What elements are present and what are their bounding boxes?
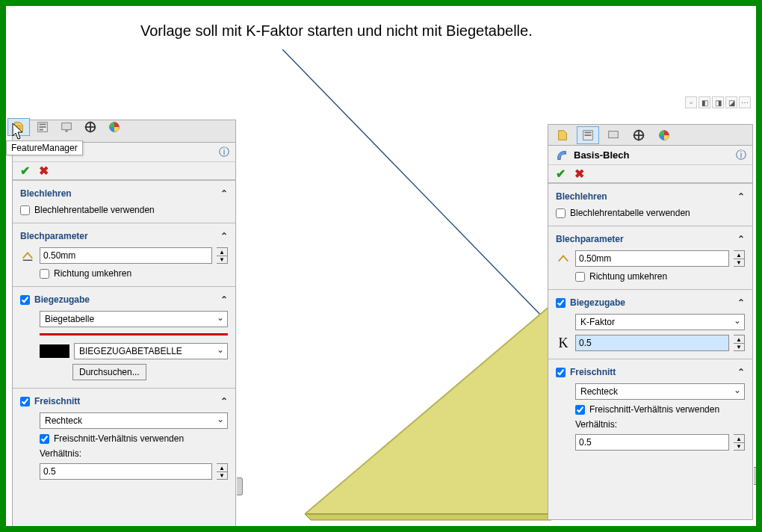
section-biegezugabe[interactable]: Biegezugabe ⌃	[13, 291, 235, 308]
ratio-label: Verhältnis:	[40, 448, 228, 459]
ratio-spinner[interactable]: ▲▼	[734, 434, 745, 451]
chevron-up-icon: ⌃	[737, 367, 745, 377]
tab-configuration-manager[interactable]	[31, 118, 54, 136]
section-blechparameter[interactable]: Blechparameter ⌃	[13, 228, 235, 244]
thickness-icon	[556, 252, 571, 265]
mini-btn[interactable]: ◧	[698, 96, 710, 108]
tab-dimexpert[interactable]	[79, 118, 102, 136]
chevron-up-icon: ⌃	[220, 231, 228, 241]
mini-btn[interactable]: ⋯	[739, 96, 751, 108]
use-gauge-table-checkbox[interactable]: Blechlehrentabelle verwenden	[556, 208, 745, 218]
svg-line-3	[305, 305, 551, 514]
tab-appearance[interactable]	[653, 126, 675, 144]
browse-button[interactable]: Durchsuchen...	[72, 364, 146, 380]
chevron-up-icon: ⌃	[220, 294, 228, 305]
mini-btn[interactable]: ▫	[685, 96, 697, 108]
ok-button[interactable]: ✔	[20, 164, 30, 178]
section-blechparameter[interactable]: Blechparameter ⌃	[548, 231, 752, 247]
svg-line-0	[282, 49, 544, 318]
tab-appearance[interactable]	[103, 118, 126, 136]
ratio-label: Verhältnis:	[575, 419, 745, 430]
bend-allowance-type-combo[interactable]: K-Faktor	[575, 314, 745, 330]
section-title: Biegezugabe	[34, 294, 90, 305]
cancel-button[interactable]: ✖	[39, 164, 49, 178]
panel-drag-tab[interactable]	[237, 477, 243, 495]
thickness-input[interactable]	[575, 250, 729, 267]
section-enable-checkbox[interactable]	[556, 298, 566, 308]
chevron-up-icon: ⌃	[737, 191, 745, 202]
reverse-direction-checkbox[interactable]: Richtung umkehren	[575, 271, 745, 282]
svg-rect-18	[585, 132, 592, 133]
tab-display-manager[interactable]	[55, 118, 78, 136]
section-enable-checkbox[interactable]	[556, 368, 566, 377]
section-blechlehren[interactable]: Blechlehren ⌃	[548, 188, 752, 205]
relief-type-combo[interactable]: Rechteck	[40, 412, 228, 429]
section-freischnitt[interactable]: Freischnitt ⌃	[548, 364, 752, 380]
checkbox-label: Richtung umkehren	[54, 268, 131, 279]
k-factor-spinner[interactable]: ▲▼	[734, 335, 745, 351]
section-title: Blechparameter	[20, 231, 88, 241]
mini-toolbar: ▫ ◧ ◨ ◪ ⋯	[685, 96, 751, 108]
use-relief-ratio-checkbox[interactable]: Freischnitt-Verhältnis verwenden	[575, 404, 745, 415]
svg-rect-20	[609, 131, 619, 137]
svg-rect-7	[40, 124, 46, 126]
use-relief-ratio-checkbox[interactable]: Freischnitt-Verhältnis verwenden	[40, 433, 228, 444]
section-title: Freischnitt	[34, 396, 80, 406]
tab-feature-manager[interactable]	[551, 126, 574, 144]
bend-table-name-combo[interactable]: BIEGEZUGABETABELLE	[74, 343, 228, 359]
panel-drag-tab[interactable]	[754, 467, 760, 485]
section-title: Blechlehren	[20, 188, 72, 199]
thickness-input[interactable]	[40, 247, 212, 264]
panel-tabs-right	[548, 125, 752, 146]
chevron-up-icon: ⌃	[220, 396, 228, 406]
svg-marker-2	[305, 514, 551, 520]
bend-allowance-type-combo[interactable]: Biegetabelle	[40, 311, 228, 327]
checkbox-label: Blechlehrentabelle verwenden	[570, 208, 690, 218]
section-title: Blechlehren	[556, 191, 607, 202]
model-preview	[230, 305, 551, 522]
section-freischnitt[interactable]: Freischnitt ⌃	[13, 393, 235, 409]
mini-btn[interactable]: ◨	[712, 96, 724, 108]
tab-configuration-manager[interactable]	[577, 126, 599, 144]
checkbox-label: Freischnitt-Verhältnis verwenden	[54, 433, 184, 444]
panel-tabs-left	[7, 118, 179, 140]
tooltip-feature-manager: FeatureManager	[6, 140, 83, 155]
relief-ratio-input[interactable]	[40, 463, 212, 480]
tab-dimexpert[interactable]	[628, 126, 650, 144]
reverse-direction-checkbox[interactable]: Richtung umkehren	[40, 268, 228, 279]
chevron-up-icon: ⌃	[737, 234, 745, 244]
cancel-button[interactable]: ✖	[574, 167, 584, 181]
checkbox-label: Freischnitt-Verhältnis verwenden	[589, 404, 719, 415]
thickness-spinner[interactable]: ▲▼	[734, 250, 745, 267]
property-panel-left: ⓘ ✔ ✖ Blechlehren ⌃ Blechlehrentabelle v…	[12, 120, 236, 531]
tab-display-manager[interactable]	[602, 126, 625, 144]
thickness-spinner[interactable]: ▲▼	[217, 247, 228, 264]
section-enable-checkbox[interactable]	[20, 397, 30, 406]
base-flange-icon	[554, 149, 569, 162]
thickness-icon	[20, 249, 35, 262]
relief-type-combo[interactable]: Rechteck	[575, 383, 745, 400]
help-icon[interactable]: ⓘ	[736, 149, 746, 162]
redacted-patch	[40, 344, 69, 358]
use-gauge-table-checkbox[interactable]: Blechlehrentabelle verwenden	[20, 205, 228, 215]
arrow-line	[282, 49, 555, 326]
section-biegezugabe[interactable]: Biegezugabe ⌃	[548, 294, 752, 311]
help-icon[interactable]: ⓘ	[219, 146, 229, 159]
svg-rect-8	[40, 126, 46, 128]
k-factor-input[interactable]	[575, 335, 729, 351]
ratio-spinner[interactable]: ▲▼	[217, 463, 228, 480]
k-factor-icon: K	[556, 335, 571, 351]
chevron-up-icon: ⌃	[220, 188, 228, 199]
ok-button[interactable]: ✔	[556, 167, 566, 181]
svg-rect-11	[65, 131, 68, 132]
checkbox-label: Richtung umkehren	[589, 271, 667, 282]
section-blechlehren[interactable]: Blechlehren ⌃	[13, 185, 235, 202]
annotation-text: Vorlage soll mit K-Faktor starten und ni…	[140, 22, 533, 40]
svg-rect-19	[585, 134, 592, 136]
section-title: Blechparameter	[556, 234, 624, 244]
mini-btn[interactable]: ◪	[725, 96, 737, 108]
relief-ratio-input[interactable]	[575, 434, 729, 451]
section-enable-checkbox[interactable]	[20, 295, 30, 305]
section-title: Biegezugabe	[570, 297, 625, 308]
svg-rect-10	[62, 123, 72, 130]
